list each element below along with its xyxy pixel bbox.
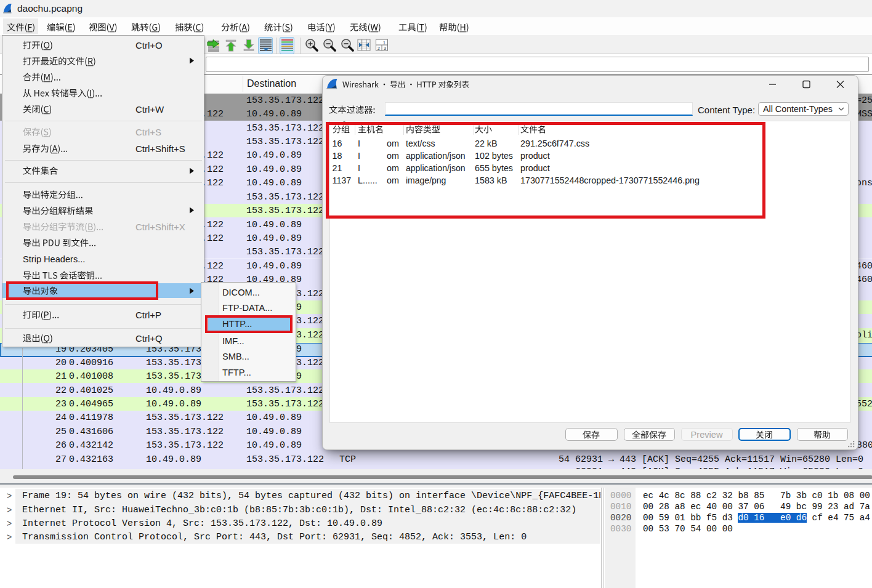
svg-text:2: 2 [377,46,380,50]
svg-text:1: 1 [383,40,386,46]
svg-text:3: 3 [384,46,386,50]
